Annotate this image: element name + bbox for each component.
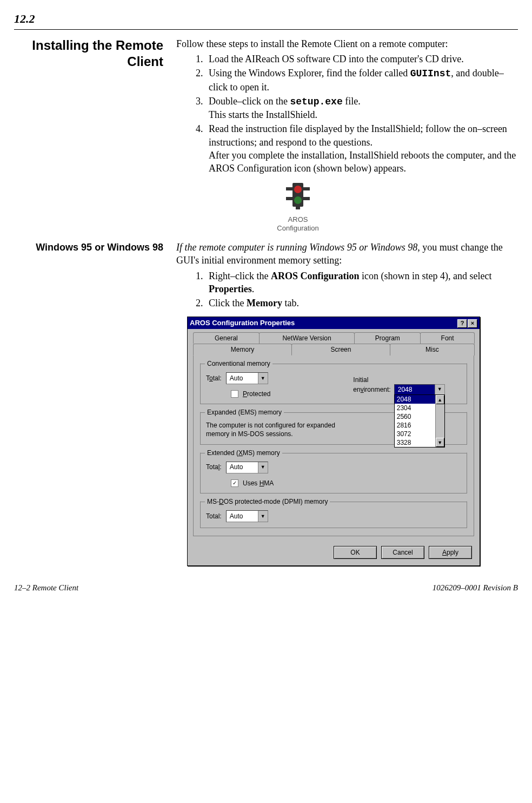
svg-rect-2: [303, 187, 310, 190]
protected-checkbox[interactable]: [231, 390, 238, 398]
step3-text-a: Double–click on the: [209, 96, 290, 107]
tab-memory[interactable]: Memory: [193, 344, 292, 356]
dpmi-total-value: Auto: [227, 512, 258, 521]
dpmi-legend: MS-DOS protected-mode (DPMI) memory: [205, 497, 330, 506]
tab-screen[interactable]: Screen: [291, 344, 390, 356]
step-3: Double–click on the setup.exe file. This…: [205, 95, 518, 122]
help-button[interactable]: ?: [457, 319, 467, 328]
close-button[interactable]: ×: [468, 319, 477, 328]
footer-right: 1026209–0001 Revision B: [433, 582, 518, 593]
s2s1d: Properties: [209, 284, 252, 294]
env-dropdown-list[interactable]: 2048 2304 2560 2816 3072 3328 ▲▼: [394, 394, 445, 447]
step4-sub: After you complete the installation, Ins…: [209, 149, 518, 175]
section2-heading: Windows 95 or Windows 98: [14, 241, 163, 254]
svg-rect-3: [286, 197, 292, 200]
section1-intro: Follow these steps to install the Remote…: [176, 37, 518, 50]
section1-heading: Installing the Remote Client: [14, 37, 163, 70]
dropdown-arrow-icon: ▼: [258, 462, 268, 473]
step2-text-a: Using the Windows Explorer, find the fol…: [209, 68, 410, 78]
dpmi-total-label: Total:: [206, 512, 222, 521]
s2s2b: Memory: [247, 298, 282, 308]
apply-button[interactable]: Apply: [429, 546, 472, 559]
dpmi-total-select[interactable]: Auto ▼: [226, 510, 268, 522]
protected-label: Protected: [243, 390, 270, 398]
step3-sub: This starts the InstallShield.: [209, 108, 518, 121]
env-selected-value: 2048: [394, 384, 435, 395]
icon-label-line2: Configuration: [277, 224, 318, 232]
ems-text: The computer is not configured for expan…: [206, 421, 347, 438]
step-4: Read the instruction file displayed by t…: [205, 122, 518, 175]
env-combo[interactable]: 2048▼ 2048 2304 2560 2816 3072 3328 ▲▼: [394, 384, 445, 395]
hma-checkbox[interactable]: ✓: [231, 479, 238, 487]
sec2-step1: Right–click the AROS Configuration icon …: [205, 269, 518, 296]
step-2: Using the Windows Explorer, find the fol…: [205, 67, 518, 94]
scroll-up-icon[interactable]: ▲: [436, 395, 444, 404]
conv-total-label: Total:: [206, 374, 222, 383]
dropdown-scrollbar[interactable]: ▲▼: [435, 395, 444, 447]
step4-text: Read the instruction file displayed by t…: [209, 123, 507, 147]
svg-rect-1: [286, 187, 292, 190]
step3-text-b: file.: [343, 96, 361, 107]
scroll-down-icon[interactable]: ▼: [436, 438, 444, 447]
ems-legend: Expanded (EMS) memory: [205, 408, 284, 417]
dialog-title: AROS Configuration Properties: [190, 318, 295, 328]
tab-misc[interactable]: Misc: [390, 344, 475, 356]
xms-legend: Extended (XMS) memory: [205, 449, 282, 457]
svg-rect-4: [303, 197, 310, 200]
xms-group: Extended (XMS) memory Total: Auto ▼ ✓ Us…: [200, 452, 467, 493]
section-number: 12.2: [14, 11, 518, 27]
s2s2c: tab.: [282, 298, 299, 308]
ok-button[interactable]: OK: [334, 546, 377, 559]
xms-total-select[interactable]: Auto ▼: [226, 462, 268, 473]
step2-code: GUIInst: [410, 68, 451, 79]
dropdown-arrow-icon: ▼: [258, 511, 268, 522]
section2-intro-italic: If the remote computer is running Window…: [176, 242, 420, 253]
traffic-icon: [282, 182, 314, 210]
aros-config-icon-block: AROS Configuration: [263, 182, 333, 232]
xms-total-label: Total:: [206, 463, 222, 471]
section2-intro: If the remote computer is running Window…: [176, 241, 518, 267]
tab-program[interactable]: Program: [354, 332, 421, 344]
tab-general[interactable]: General: [193, 332, 260, 344]
dialog-titlebar: AROS Configuration Properties ?×: [188, 317, 480, 329]
dropdown-arrow-icon: ▼: [435, 384, 445, 395]
cancel-button[interactable]: Cancel: [381, 546, 424, 559]
footer-left: 12–2 Remote Client: [14, 582, 78, 593]
header-rule: [14, 29, 518, 30]
tab-netware-version[interactable]: NetWare Version: [259, 332, 355, 344]
s2s2a: Click the: [209, 298, 247, 308]
dpmi-group: MS-DOS protected-mode (DPMI) memory Tota…: [200, 501, 467, 528]
s2s1b: AROS Configuration: [271, 271, 360, 281]
xms-total-value: Auto: [227, 463, 258, 471]
icon-label-line1: AROS: [288, 215, 308, 223]
conv-total-value: Auto: [227, 374, 258, 383]
s2s1e: .: [252, 284, 255, 294]
env-label-line2: environment:: [353, 385, 390, 394]
page-footer: 12–2 Remote Client 1026209–0001 Revision…: [14, 582, 518, 593]
dropdown-arrow-icon: ▼: [258, 373, 268, 384]
conventional-memory-group: Conventional memory Total: Auto ▼: [200, 363, 467, 404]
conv-total-select[interactable]: Auto ▼: [226, 372, 268, 384]
svg-point-6: [294, 196, 302, 204]
svg-point-5: [294, 186, 302, 193]
properties-dialog: AROS Configuration Properties ?× General…: [187, 317, 480, 566]
s2s1c: icon (shown in step 4), and select: [360, 271, 492, 281]
tab-font[interactable]: Font: [420, 332, 475, 344]
sec2-step2: Click the Memory tab.: [205, 297, 518, 310]
step-1: Load the AIReach OS software CD into the…: [205, 52, 518, 65]
svg-rect-7: [296, 207, 300, 209]
env-label-line1: Initial: [353, 376, 444, 384]
s2s1a: Right–click the: [209, 271, 271, 281]
conventional-legend: Conventional memory: [205, 359, 272, 368]
step3-code: setup.exe: [290, 96, 342, 107]
hma-label: Uses HMA: [243, 479, 274, 488]
